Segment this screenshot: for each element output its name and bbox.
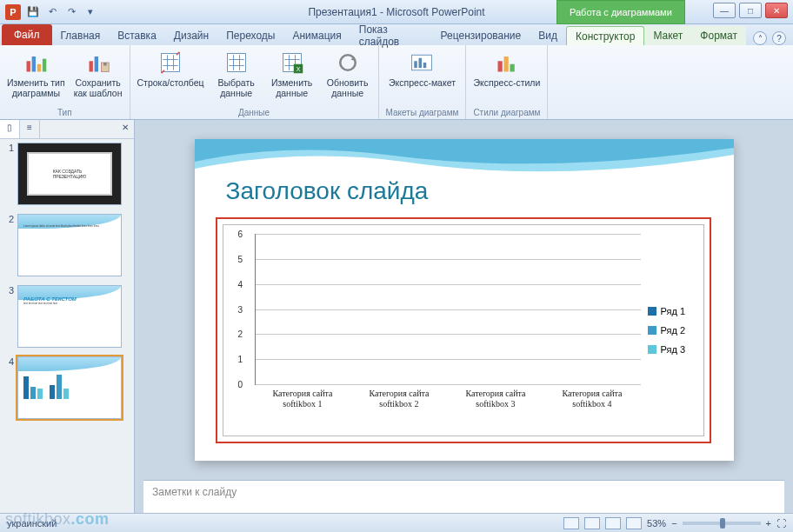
status-bar: украинский 53% − + ⛶ (0, 513, 793, 532)
tab-slideshow[interactable]: Показ слайдов (350, 26, 432, 45)
ribbon-group: Экспресс-стилиСтили диаграмм (466, 45, 548, 119)
fit-slide-icon[interactable]: ⛶ (776, 518, 786, 529)
slide-panel-tabs: ▯ ≡ ✕ (0, 120, 134, 139)
tab-review[interactable]: Рецензирование (432, 26, 530, 45)
app-icon: P (5, 4, 21, 20)
qat-redo-icon[interactable]: ↷ (64, 5, 78, 19)
tab-chart-format[interactable]: Формат (691, 26, 746, 45)
zoom-out-icon[interactable]: − (671, 518, 676, 529)
svg-rect-3 (43, 59, 46, 72)
contextual-tab-title: Работа с диаграммами (556, 0, 685, 24)
view-slideshow-button[interactable] (626, 517, 642, 529)
chart-selection[interactable]: 0123456 Категория сайта softikbox 1Катег… (216, 217, 711, 443)
group-label: Данные (238, 107, 270, 117)
tab-home[interactable]: Главная (52, 26, 110, 45)
workspace: ▯ ≡ ✕ 1КАК СОЗДАТЬПРЕЗЕНТАЦИЮ2Lorem ipsu… (0, 120, 793, 513)
button-label: Изменитьданные (271, 78, 312, 98)
slide-canvas[interactable]: Заголовок слайда 0123456 Категория сайта… (135, 120, 793, 480)
y-tick-label: 1 (238, 355, 243, 364)
change-type-icon (22, 49, 50, 76)
qat-save-icon[interactable]: 💾 (26, 5, 40, 19)
slides-tab[interactable]: ▯ (0, 120, 20, 138)
button-label: Экспресс-стили (474, 78, 541, 89)
svg-rect-7 (103, 63, 107, 66)
window-buttons: — □ ✕ (713, 3, 788, 18)
slide-title[interactable]: Заголовок слайда (226, 177, 429, 205)
ribbon-group: Строка/столбецВыбратьданныеXИзменитьданн… (130, 45, 379, 119)
slide-thumb-4[interactable] (17, 356, 122, 419)
help-icon[interactable]: ? (772, 31, 786, 45)
legend-label: Ряд 1 (661, 306, 686, 316)
edit-data-button[interactable]: XИзменитьданные (269, 49, 316, 107)
x-tick-label: Категория сайта softikbox 1 (260, 389, 345, 432)
y-tick-label: 6 (238, 229, 243, 239)
legend-item: Ряд 3 (648, 344, 700, 355)
select-data-button[interactable]: Выбратьданные (213, 49, 260, 107)
legend-label: Ряд 2 (661, 325, 686, 336)
legend-item: Ряд 1 (648, 306, 700, 316)
svg-rect-20 (510, 64, 514, 72)
svg-rect-4 (89, 61, 92, 71)
ribbon-tabstrip: Файл Главная Вставка Дизайн Переходы Ани… (0, 24, 793, 45)
slide-thumb-2[interactable]: Lorem ipsum dolor sit amet text block pl… (17, 214, 122, 276)
thumb-number: 2 (3, 214, 14, 276)
refresh-data-button[interactable]: Обновитьданные (324, 49, 371, 107)
ribbon-help: ˄ ? (746, 31, 793, 45)
svg-rect-16 (419, 58, 423, 68)
thumb-number: 1 (3, 143, 14, 205)
tab-animations[interactable]: Анимация (283, 26, 350, 45)
button-label: Сохранитькак шаблон (74, 78, 123, 98)
button-label: Строка/столбец (137, 78, 204, 89)
slide: Заголовок слайда 0123456 Категория сайта… (195, 139, 734, 461)
legend: Ряд 1Ряд 2Ряд 3 (644, 225, 703, 436)
outline-tab[interactable]: ≡ (20, 120, 40, 138)
tab-chart-design[interactable]: Конструктор (566, 26, 644, 45)
switch-rowcol-button[interactable]: Строка/столбец (137, 49, 204, 107)
quick-styles-icon (493, 49, 521, 76)
group-label: Стили диаграмм (473, 107, 540, 117)
file-tab[interactable]: Файл (2, 24, 52, 45)
title-bar: P 💾 ↶ ↷ ▾ Презентация1 - Microsoft Power… (0, 0, 793, 24)
save-template-button[interactable]: Сохранитькак шаблон (74, 49, 123, 107)
x-tick-label: Категория сайта softikbox 3 (453, 389, 538, 432)
edit-data-icon: X (278, 49, 306, 76)
legend-swatch-icon (648, 326, 656, 335)
qat-customize-icon[interactable]: ▾ (83, 5, 97, 19)
zoom-slider[interactable] (683, 522, 761, 525)
quick-layout-button[interactable]: Экспресс-макет (389, 49, 456, 107)
view-reading-button[interactable] (605, 517, 621, 529)
x-tick-label: Категория сайта softikbox 2 (357, 389, 442, 432)
slide-thumb-1[interactable]: КАК СОЗДАТЬПРЕЗЕНТАЦИЮ (17, 143, 122, 205)
view-normal-button[interactable] (563, 517, 579, 529)
maximize-button[interactable]: □ (739, 3, 762, 18)
tab-view[interactable]: Вид (530, 26, 566, 45)
change-type-button[interactable]: Изменить типдиаграммы (7, 49, 65, 107)
slide-panel: ▯ ≡ ✕ 1КАК СОЗДАТЬПРЕЗЕНТАЦИЮ2Lorem ipsu… (0, 120, 135, 513)
view-sorter-button[interactable] (584, 517, 600, 529)
group-label: Макеты диаграмм (386, 107, 459, 117)
tab-chart-layout[interactable]: Макет (644, 26, 691, 45)
button-label: Выбратьданные (217, 78, 254, 98)
zoom-in-icon[interactable]: + (766, 518, 771, 529)
quick-access-toolbar: P 💾 ↶ ↷ ▾ (0, 4, 103, 20)
bar-clusters (256, 234, 641, 384)
slide-thumb-3[interactable]: РАБОТА С ТЕКСТОМtext text text text text… (17, 285, 122, 348)
tab-transitions[interactable]: Переходы (217, 26, 283, 45)
thumb-number: 3 (3, 285, 14, 348)
quick-styles-button[interactable]: Экспресс-стили (474, 49, 541, 107)
svg-rect-1 (32, 57, 36, 72)
plot: 0123456 (255, 234, 641, 385)
ribbon-group: Изменить типдиаграммыСохранитькак шаблон… (0, 45, 130, 119)
minimize-ribbon-icon[interactable]: ˄ (753, 31, 767, 45)
svg-rect-0 (27, 61, 30, 71)
svg-rect-18 (497, 61, 502, 71)
notes-pane[interactable]: Заметки к слайду (143, 480, 784, 513)
svg-rect-17 (423, 63, 427, 68)
tab-design[interactable]: Дизайн (165, 26, 217, 45)
qat-undo-icon[interactable]: ↶ (45, 5, 59, 19)
tab-insert[interactable]: Вставка (109, 26, 165, 45)
minimize-button[interactable]: — (713, 3, 736, 18)
status-language: украинский (7, 518, 57, 529)
close-button[interactable]: ✕ (765, 3, 788, 18)
panel-close-icon[interactable]: ✕ (117, 120, 134, 138)
